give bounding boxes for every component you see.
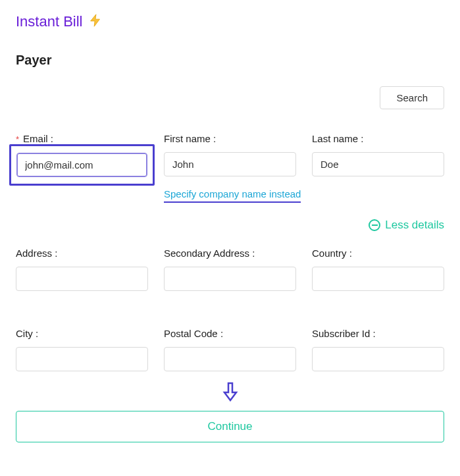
email-input[interactable] (16, 153, 147, 177)
city-field: City : (16, 328, 148, 371)
country-field: Country : (312, 248, 444, 291)
search-row: Search (16, 86, 444, 109)
section-title: Payer (16, 53, 444, 68)
less-details-label: Less details (385, 219, 444, 232)
first-name-label: First name : (164, 133, 296, 144)
search-button[interactable]: Search (380, 86, 444, 109)
email-field: Email : (16, 133, 148, 178)
address-label: Address : (16, 248, 148, 259)
primary-fields-row: Email : First name : Last name : Specify… (16, 133, 444, 203)
postal-code-field: Postal Code : (164, 328, 296, 371)
country-label: Country : (312, 248, 444, 259)
city-input[interactable] (16, 347, 148, 371)
city-fields-row: City : Postal Code : Subscriber Id : (16, 328, 444, 371)
last-name-input[interactable] (312, 152, 444, 176)
lightning-bolt-icon (88, 13, 103, 30)
continue-button[interactable]: Continue (16, 411, 444, 442)
subscriber-id-input[interactable] (312, 347, 444, 371)
page-title: Instant Bill (16, 13, 83, 30)
country-input[interactable] (312, 267, 444, 291)
company-link-row: Specify company name instead (164, 188, 444, 203)
address-fields-row: Address : Secondary Address : Country : (16, 248, 444, 291)
email-label: Email : (16, 133, 148, 144)
last-name-field: Last name : (312, 133, 444, 178)
less-details-toggle[interactable]: Less details (369, 219, 444, 232)
arrow-row (16, 382, 444, 404)
postal-code-input[interactable] (164, 347, 296, 371)
less-details-row: Less details (16, 219, 444, 232)
first-name-input[interactable] (164, 152, 296, 176)
page-title-row: Instant Bill (16, 13, 444, 30)
secondary-address-input[interactable] (164, 267, 296, 291)
minus-circle-icon (369, 219, 380, 231)
address-input[interactable] (16, 267, 148, 291)
subscriber-id-label: Subscriber Id : (312, 328, 444, 339)
secondary-address-field: Secondary Address : (164, 248, 296, 291)
address-field: Address : (16, 248, 148, 291)
subscriber-id-field: Subscriber Id : (312, 328, 444, 371)
first-name-field: First name : (164, 133, 296, 178)
city-label: City : (16, 328, 148, 339)
arrow-down-icon (221, 382, 240, 404)
secondary-address-label: Secondary Address : (164, 248, 296, 259)
last-name-label: Last name : (312, 133, 444, 144)
specify-company-link[interactable]: Specify company name instead (164, 188, 301, 203)
postal-code-label: Postal Code : (164, 328, 296, 339)
